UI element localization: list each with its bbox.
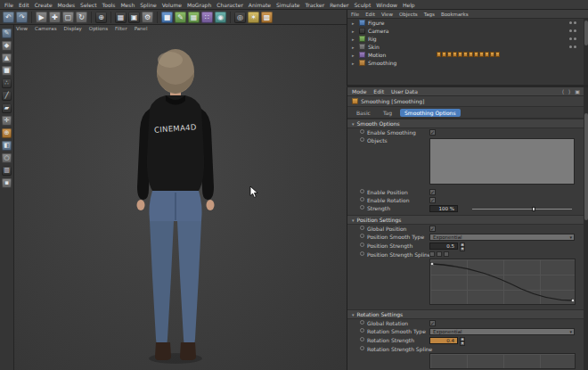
visibility-dot[interactable] [574,21,576,24]
undo-icon[interactable]: ↶ [3,12,14,23]
om-menu-edit[interactable]: Edit [365,12,375,17]
render-view-icon[interactable]: ▦ [115,12,127,23]
menu-render[interactable]: Render [330,2,348,8]
rotation-strength-field[interactable]: 0.4 [429,337,458,344]
keyframe-icon[interactable] [453,52,457,57]
camera-icon[interactable]: ◎ [234,12,246,23]
rotation-strength-curve[interactable] [429,353,576,369]
keyframe-icon[interactable] [437,52,441,57]
select-tool-icon[interactable]: ▶ [36,12,47,23]
object-name[interactable]: Motion [368,52,386,58]
tab-basic[interactable]: Basic [352,109,375,117]
viewport-menu-view[interactable]: View [16,26,28,31]
viewport-menu-options[interactable]: Options [89,26,108,31]
visibility-dot[interactable] [574,37,576,40]
visibility-dot[interactable] [574,29,576,32]
strength-slider-knob[interactable] [532,207,535,211]
menu-mograph[interactable]: MoGraph [187,2,211,8]
workplane-mode-icon[interactable]: ■ [2,66,12,76]
object-name[interactable]: Rig [368,36,377,42]
rotation-smooth-type-dropdown[interactable]: Exponential [429,328,575,335]
menu-select[interactable]: Select [80,2,97,8]
light-icon[interactable]: ✶ [248,12,259,23]
keyframe-icon[interactable] [479,52,484,57]
visibility-dot[interactable] [569,29,572,32]
curve-point-handle[interactable] [572,300,575,302]
menu-simulate[interactable]: Simulate [276,2,300,8]
section-rotation-settings[interactable]: Rotation Settings [347,309,584,319]
om-scrollbar[interactable] [584,19,588,86]
position-strength-curve[interactable] [429,259,576,305]
axis-mode-icon[interactable]: ⊕ [2,128,12,138]
scale-tool-icon[interactable]: ▢ [62,12,74,23]
history-forward-icon[interactable]: ⟩ [568,88,570,95]
menu-volume[interactable]: Volume [162,2,182,8]
tab-tag[interactable]: Tag [379,109,396,117]
menu-mesh[interactable]: Mesh [120,2,135,8]
rotation-strength-spinner[interactable]: ▲▼ [460,337,465,344]
keyframe-icon[interactable] [458,52,462,57]
om-menu-view[interactable]: View [381,12,393,17]
global-position-checkbox[interactable] [429,226,436,232]
menu-window[interactable]: Window [376,2,397,8]
snap-icon[interactable]: ◧ [2,141,12,151]
om-scrollbar-thumb[interactable] [584,21,588,45]
keyframe-icon[interactable] [442,52,446,57]
enable-rotation-checkbox[interactable] [429,197,436,203]
menu-spline[interactable]: Spline [140,2,156,8]
object-row[interactable]: ▸ Figure [347,19,588,27]
viewport-menu-panel[interactable]: Panel [135,26,148,31]
expand-arrow-icon[interactable]: ▸ [352,53,356,58]
lock-icon[interactable]: ▪ [2,178,12,188]
model-mode-icon[interactable]: ◆ [2,41,12,51]
expand-arrow-icon[interactable]: ▸ [352,21,356,26]
menu-modes[interactable]: Modes [58,2,75,8]
visibility-dot[interactable] [574,45,576,48]
expand-arrow-icon[interactable]: ▸ [352,37,356,42]
object-row[interactable]: ▸ Rig [347,35,588,43]
object-row[interactable]: ▸ Skin [347,43,588,51]
keyframe-icon[interactable] [469,52,473,57]
rotate-tool-icon[interactable]: ↻ [76,12,87,23]
menu-file[interactable]: File [4,2,13,8]
object-row[interactable]: ▸ Camera [347,27,588,35]
keyframe-icon[interactable] [463,52,468,57]
history-back-icon[interactable]: ⟨ [562,88,564,95]
polygons-mode-icon[interactable]: ▰ [2,103,12,113]
menu-edit[interactable]: Edit [19,2,29,8]
keyframe-icon[interactable] [490,52,494,57]
enable-smoothing-checkbox[interactable] [429,129,436,136]
menu-help[interactable]: Help [403,2,415,8]
objects-listbox[interactable] [429,138,575,185]
visibility-dot[interactable] [569,45,572,48]
object-name[interactable]: Figure [368,20,384,26]
menu-animate[interactable]: Animate [249,2,271,8]
strength-slider[interactable] [472,209,572,210]
expand-arrow-icon[interactable]: ▸ [352,45,356,50]
position-strength-spinner[interactable]: ▲▼ [460,243,465,250]
lock-icon[interactable]: ▣ [575,88,580,95]
spline-reset-tool-icon[interactable] [444,251,449,257]
om-menu-tags[interactable]: Tags [424,12,435,17]
am-scrollbar-thumb[interactable] [584,113,588,220]
strength-field[interactable]: 100 % [429,205,458,212]
points-mode-icon[interactable]: ∴ [2,78,12,88]
menu-tracker[interactable]: Tracker [306,2,325,8]
grid-toggle-icon[interactable]: ▥ [2,166,12,176]
array-generator-icon[interactable]: ∷ [201,12,213,23]
render-picture-viewer-icon[interactable]: ▣ [128,12,140,23]
visibility-dot[interactable] [569,37,572,40]
subdivision-surface-icon[interactable]: ▦ [188,12,200,23]
viewport-3d[interactable]: View Cameras Display Options Filter Pane… [14,25,347,370]
section-smooth-options[interactable]: Smooth Options [347,119,584,128]
viewport-menu-filter[interactable]: Filter [115,26,127,31]
panel-splitter[interactable] [347,86,588,87]
position-smooth-type-dropdown[interactable]: Exponential [429,234,575,241]
tweak-mode-icon[interactable]: ✛ [2,116,12,126]
tab-smoothing-options[interactable]: Smoothing Options [400,109,461,117]
falloff-curve-line[interactable] [432,264,573,300]
viewport-solo-icon[interactable]: ○ [2,153,12,163]
render-settings-icon[interactable]: ⚙ [142,12,153,23]
menu-create[interactable]: Create [35,2,53,8]
menu-character[interactable]: Character [216,2,243,8]
